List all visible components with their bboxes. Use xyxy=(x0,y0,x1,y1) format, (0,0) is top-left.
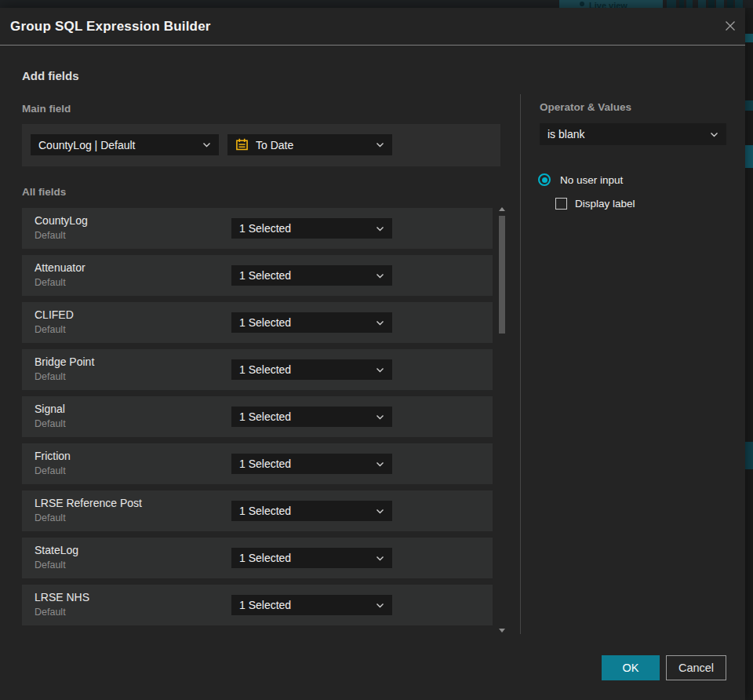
field-selected-dropdown[interactable]: 1 Selected xyxy=(231,359,392,380)
live-view-chip[interactable]: Live view xyxy=(559,0,663,8)
chevron-down-icon xyxy=(202,142,211,148)
group-sql-expression-builder-dialog: Group SQL Expression Builder Add fields … xyxy=(0,8,745,700)
field-selected-dropdown[interactable]: 1 Selected xyxy=(231,218,392,239)
list-item: LRSE Reference PostDefault1 Selected xyxy=(22,490,493,531)
selected-count-label: 1 Selected xyxy=(239,316,376,329)
field-name: Friction xyxy=(35,450,71,462)
list-item: AttenuatorDefault1 Selected xyxy=(22,255,493,296)
field-name: LRSE Reference Post xyxy=(35,497,142,509)
chevron-down-icon xyxy=(376,142,384,148)
chevron-down-icon xyxy=(376,603,384,608)
toolbar-fragment xyxy=(679,0,684,8)
field-selected-dropdown[interactable]: 1 Selected xyxy=(231,265,392,286)
selected-count-label: 1 Selected xyxy=(239,222,376,235)
field-name: CLIFED xyxy=(35,308,74,321)
main-field-select[interactable]: CountyLog | Default xyxy=(31,134,219,155)
list-item: LRSE NHSDefault1 Selected xyxy=(22,585,493,625)
calendar-icon xyxy=(235,138,249,151)
field-name: StateLog xyxy=(35,544,78,556)
field-subtitle: Default xyxy=(35,277,66,288)
panel-divider xyxy=(520,94,521,634)
field-subtitle: Default xyxy=(35,324,66,335)
chevron-down-icon xyxy=(376,414,384,420)
no-user-input-label: No user input xyxy=(560,174,623,186)
operator-select-value: is blank xyxy=(547,128,710,140)
list-item: CountyLogDefault1 Selected xyxy=(22,208,493,249)
field-subtitle: Default xyxy=(35,465,66,476)
background-fragment xyxy=(745,145,753,168)
background-fragment xyxy=(745,34,753,42)
chevron-down-icon xyxy=(376,367,384,373)
field-selected-dropdown[interactable]: 1 Selected xyxy=(231,595,392,615)
toolbar-fragment xyxy=(686,0,693,8)
field-subtitle: Default xyxy=(35,230,66,241)
selected-count-label: 1 Selected xyxy=(239,505,376,517)
toolbar-fragment xyxy=(735,0,743,8)
toolbar-fragment xyxy=(708,0,715,8)
chevron-down-icon xyxy=(376,226,384,232)
field-subtitle: Default xyxy=(35,418,66,429)
display-label-checkbox[interactable]: Display label xyxy=(555,198,635,210)
toolbar-fragment xyxy=(667,0,676,8)
selected-count-label: 1 Selected xyxy=(239,599,376,611)
radio-selected-icon xyxy=(538,173,551,186)
field-selected-dropdown[interactable]: 1 Selected xyxy=(231,312,392,333)
field-name: Bridge Point xyxy=(35,355,94,368)
field-name: Attenuator xyxy=(35,261,85,274)
screen: Live view Group SQL Expression Builder A… xyxy=(0,0,753,700)
live-view-label: Live view xyxy=(589,1,628,8)
main-field-select-value: CountyLog | Default xyxy=(38,139,202,151)
selected-count-label: 1 Selected xyxy=(239,363,376,376)
background-toolbar: Live view xyxy=(0,0,753,8)
field-name: CountyLog xyxy=(35,214,88,227)
live-dot-icon xyxy=(580,2,584,6)
chevron-down-icon xyxy=(376,273,384,279)
main-field-label: Main field xyxy=(22,103,71,115)
display-label-text: Display label xyxy=(575,198,635,210)
background-fragment xyxy=(745,100,753,111)
scroll-down-icon[interactable] xyxy=(499,629,505,633)
selected-count-label: 1 Selected xyxy=(239,552,376,564)
toolbar-fragment xyxy=(698,0,706,8)
date-field-select[interactable]: To Date xyxy=(227,134,392,155)
field-subtitle: Default xyxy=(35,512,66,523)
date-field-select-value: To Date xyxy=(256,139,369,151)
selected-count-label: 1 Selected xyxy=(239,458,376,470)
ok-button[interactable]: OK xyxy=(602,655,660,680)
cancel-button[interactable]: Cancel xyxy=(666,655,726,680)
all-fields-label: All fields xyxy=(22,186,66,198)
list-item: SignalDefault1 Selected xyxy=(22,396,493,437)
list-scrollbar[interactable] xyxy=(497,206,507,634)
field-subtitle: Default xyxy=(35,607,66,618)
scroll-up-icon[interactable] xyxy=(499,207,505,211)
background-right-sliver xyxy=(745,8,753,700)
chevron-down-icon xyxy=(376,320,384,326)
dialog-title: Group SQL Expression Builder xyxy=(10,19,211,35)
chevron-down-icon xyxy=(376,509,384,514)
add-fields-heading: Add fields xyxy=(22,69,79,82)
close-icon[interactable] xyxy=(722,17,739,35)
dialog-titlebar: Group SQL Expression Builder xyxy=(0,8,745,46)
toolbar-fragment xyxy=(716,0,724,8)
toolbar-fragment xyxy=(727,0,733,8)
no-user-input-radio[interactable]: No user input xyxy=(538,173,623,186)
main-field-row: CountyLog | Default To Date xyxy=(22,124,500,166)
field-name: LRSE NHS xyxy=(35,591,89,603)
checkbox-unchecked-icon xyxy=(555,198,567,210)
list-item: FrictionDefault1 Selected xyxy=(22,443,493,484)
operator-values-heading: Operator & Values xyxy=(540,101,631,113)
selected-count-label: 1 Selected xyxy=(239,269,376,282)
scrollbar-thumb[interactable] xyxy=(499,216,505,334)
list-item: StateLogDefault1 Selected xyxy=(22,538,493,578)
chevron-down-icon xyxy=(376,556,384,561)
field-selected-dropdown[interactable]: 1 Selected xyxy=(231,501,392,521)
selected-count-label: 1 Selected xyxy=(239,410,376,423)
field-selected-dropdown[interactable]: 1 Selected xyxy=(231,454,392,474)
field-subtitle: Default xyxy=(35,560,66,571)
list-item: CLIFEDDefault1 Selected xyxy=(22,302,493,343)
chevron-down-icon xyxy=(710,132,718,137)
field-selected-dropdown[interactable]: 1 Selected xyxy=(231,548,392,568)
field-selected-dropdown[interactable]: 1 Selected xyxy=(231,407,392,427)
operator-select[interactable]: is blank xyxy=(540,123,726,145)
field-subtitle: Default xyxy=(35,371,66,382)
